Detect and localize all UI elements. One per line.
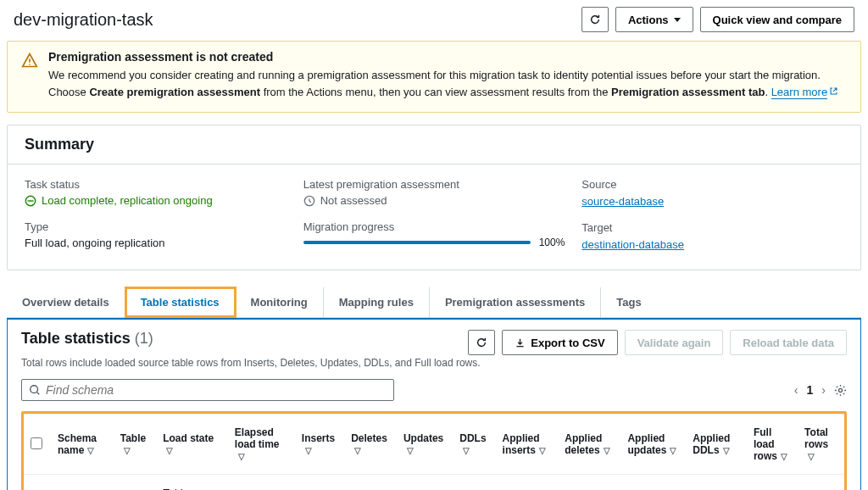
search-input-wrap[interactable] xyxy=(21,379,394,401)
col-a-ddls[interactable]: Applied DDLs▽ xyxy=(686,415,747,475)
cell-deletes: 0 xyxy=(344,475,397,491)
col-inserts[interactable]: Inserts▽ xyxy=(295,415,344,475)
stats-subtitle: Total rows include loaded source table r… xyxy=(21,357,847,369)
col-elapsed[interactable]: Elapsed load time▽ xyxy=(228,415,295,475)
cell-loadstate: Table completed xyxy=(156,475,228,491)
refresh-icon xyxy=(476,337,487,348)
tabs: Overview details Table statistics Monito… xyxy=(7,282,861,318)
col-total[interactable]: Total rows▽ xyxy=(798,415,844,475)
chevron-down-icon xyxy=(674,18,681,22)
learn-more-link[interactable]: Learn more xyxy=(771,86,827,99)
status-ok-icon xyxy=(25,195,36,207)
col-a-inserts[interactable]: Applied inserts▽ xyxy=(496,415,559,475)
target-label: Target xyxy=(581,221,843,234)
tab-mapping-rules[interactable]: Mapping rules xyxy=(324,287,430,317)
source-link[interactable]: source-database xyxy=(581,195,664,208)
reload-table-button[interactable]: Reload table data xyxy=(730,330,847,355)
warning-alert: Premigration assessment is not created W… xyxy=(7,41,861,113)
task-status-label: Task status xyxy=(25,178,287,191)
stats-table: Schema name▽ Table▽ Load state▽ Elapsed … xyxy=(24,414,844,490)
cell-a-ddls: 0 xyxy=(686,475,747,491)
alert-body: We recommend you consider creating and r… xyxy=(48,67,847,100)
external-link-icon xyxy=(829,84,838,101)
type-value: Full load, ongoing replication xyxy=(25,237,287,249)
actions-label: Actions xyxy=(628,14,669,26)
svg-point-0 xyxy=(29,64,31,65)
col-deletes[interactable]: Deletes▽ xyxy=(344,415,397,475)
refresh-icon xyxy=(589,14,601,25)
table-row[interactable]: public users Table completed < 1 s 0 0 0… xyxy=(24,475,844,491)
clock-icon xyxy=(303,195,315,207)
assessment-label: Latest premigration assessment xyxy=(303,178,565,191)
cell-a-deletes: 0 xyxy=(558,475,620,491)
pager: ‹ 1 › xyxy=(794,383,847,397)
col-ddls[interactable]: DDLs▽ xyxy=(453,415,495,475)
source-label: Source xyxy=(581,178,843,191)
svg-point-3 xyxy=(31,386,38,393)
cell-inserts: 0 xyxy=(295,475,344,491)
page-title: dev-migration-task xyxy=(14,10,153,30)
cell-a-updates: 0 xyxy=(620,475,686,491)
col-updates[interactable]: Updates▽ xyxy=(397,415,453,475)
cell-ddls: 0 xyxy=(453,475,495,491)
tab-table-statistics[interactable]: Table statistics xyxy=(125,287,236,317)
col-schema[interactable]: Schema name▽ xyxy=(51,415,114,475)
pager-current: 1 xyxy=(807,383,814,397)
refresh-stats-button[interactable] xyxy=(468,330,495,355)
col-fullload[interactable]: Full load rows▽ xyxy=(747,415,798,475)
refresh-button[interactable] xyxy=(581,7,609,32)
select-all-checkbox[interactable] xyxy=(31,437,42,449)
col-a-deletes[interactable]: Applied deletes▽ xyxy=(558,415,620,475)
col-a-updates[interactable]: Applied updates▽ xyxy=(620,415,686,475)
search-icon xyxy=(29,384,41,396)
summary-panel: Summary Task status Load complete, repli… xyxy=(7,125,861,270)
tab-premigration-assessments[interactable]: Premigration assessments xyxy=(430,287,601,317)
summary-heading: Summary xyxy=(25,136,843,153)
task-status-value: Load complete, replication ongoing xyxy=(25,194,287,207)
svg-point-4 xyxy=(838,388,842,392)
table-statistics-panel: Table statistics (1) Export to CSV Valid… xyxy=(7,318,861,490)
progress-label: Migration progress xyxy=(303,220,565,233)
pager-prev[interactable]: ‹ xyxy=(794,383,798,397)
tab-monitoring[interactable]: Monitoring xyxy=(236,287,324,317)
cell-elapsed: < 1 s xyxy=(228,475,295,491)
tab-tags[interactable]: Tags xyxy=(601,287,656,317)
validate-again-button[interactable]: Validate again xyxy=(625,330,724,355)
type-label: Type xyxy=(25,220,287,233)
tab-overview[interactable]: Overview details xyxy=(7,287,125,317)
cell-fullload: 3 xyxy=(747,475,798,491)
cell-schema: public xyxy=(51,475,114,491)
assessment-value: Not assessed xyxy=(303,194,565,207)
stats-table-highlight: Schema name▽ Table▽ Load state▽ Elapsed … xyxy=(21,411,847,490)
col-loadstate[interactable]: Load state▽ xyxy=(156,415,228,475)
progress-bar xyxy=(303,241,531,244)
stats-title: Table statistics (1) xyxy=(21,330,153,347)
quick-view-button[interactable]: Quick view and compare xyxy=(700,7,854,32)
download-icon xyxy=(515,337,526,348)
search-input[interactable] xyxy=(46,383,387,397)
col-table[interactable]: Table▽ xyxy=(114,415,156,475)
gear-icon[interactable] xyxy=(834,384,847,397)
target-link[interactable]: destination-database xyxy=(581,238,684,251)
warning-icon xyxy=(21,52,38,100)
alert-title: Premigration assessment is not created xyxy=(48,50,847,64)
title-actions: Actions Quick view and compare xyxy=(581,7,854,32)
cell-updates: 0 xyxy=(397,475,453,491)
progress-value: 100% xyxy=(539,237,565,248)
export-csv-button[interactable]: Export to CSV xyxy=(502,330,617,355)
cell-a-inserts: 0 xyxy=(496,475,559,491)
actions-button[interactable]: Actions xyxy=(615,7,693,32)
cell-total: 3 xyxy=(798,475,844,491)
cell-table: users xyxy=(114,475,156,491)
pager-next[interactable]: › xyxy=(821,383,826,397)
